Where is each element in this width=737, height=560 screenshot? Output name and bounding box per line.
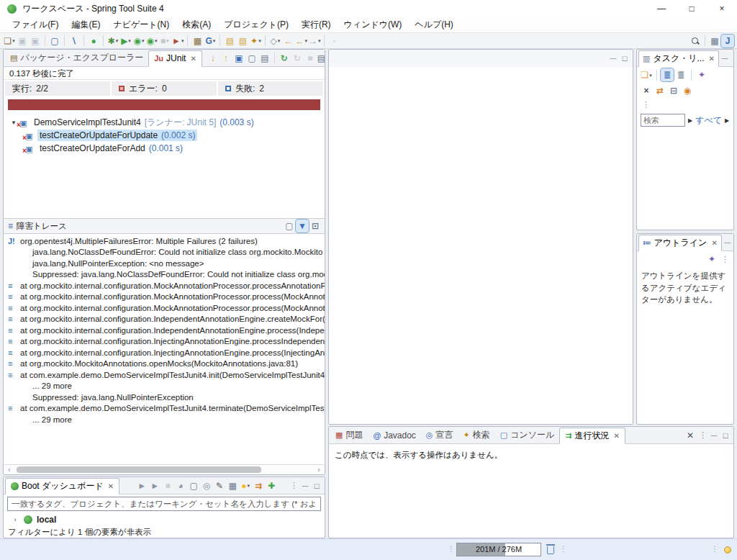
maximize-view-icon[interactable]: □ xyxy=(311,481,322,491)
pause-app-icon[interactable]: ◕ xyxy=(174,479,187,492)
trace-row[interactable]: Suppressed: java.lang.NoClassDefFoundErr… xyxy=(4,269,325,281)
maximize-view-icon[interactable]: □ xyxy=(733,238,734,248)
menu-window[interactable]: ウィンドウ(W) xyxy=(338,17,409,32)
tab-package-explorer[interactable]: ▤ パッケージ・エクスプローラー xyxy=(5,50,148,66)
add-launch-icon[interactable]: ✚ xyxy=(265,479,278,492)
show-trace-in-console-icon[interactable]: ▢ xyxy=(283,220,296,232)
show-skipped-tests-icon[interactable]: ▢ xyxy=(245,52,258,65)
rerun-failed-tests-icon[interactable]: ↻ xyxy=(291,52,304,65)
minimize-view-icon[interactable]: — xyxy=(708,430,720,441)
minimize-view-icon[interactable]: — xyxy=(607,53,619,63)
trace-row[interactable]: ≡ at org.mockito.internal.configuration.… xyxy=(4,280,325,292)
debug-app-icon[interactable]: ► xyxy=(148,479,161,492)
collapse-all-icon[interactable]: ⊟ xyxy=(667,84,680,97)
maximize-trace-icon[interactable]: ⊡ xyxy=(309,220,322,232)
search-tool-icon[interactable]: ✦▾ xyxy=(249,35,262,48)
back-icon[interactable]: ← xyxy=(281,35,294,48)
profile-icon[interactable]: ◉▾ xyxy=(145,35,158,48)
edit-config-icon[interactable]: ✎ xyxy=(213,479,226,492)
garbage-collect-icon[interactable] xyxy=(547,546,554,556)
refresh-gradle-icon[interactable]: G▾ xyxy=(204,35,217,48)
filter-stack-trace-icon[interactable]: ▼ xyxy=(296,220,309,232)
rerun-test-icon[interactable]: ↻ xyxy=(278,52,291,65)
menu-navigate[interactable]: ナビゲート(N) xyxy=(107,17,176,32)
menu-search[interactable]: 検索(A) xyxy=(176,17,217,32)
new-wizard-icon[interactable]: ❏▾ xyxy=(3,35,16,48)
trace-row[interactable]: ≡ at com.example.demo.DemoServiceImplTes… xyxy=(4,403,325,415)
minimize-view-icon[interactable]: — xyxy=(719,53,731,63)
open-folder-icon[interactable]: ▤ xyxy=(223,35,236,48)
hierarchical-view-icon[interactable]: ≣ xyxy=(674,68,687,81)
tasks-search-input[interactable] xyxy=(641,114,685,127)
test-run-history-icon[interactable]: ▤ xyxy=(258,52,271,65)
tab-junit[interactable]: Ju JUnit ✕ xyxy=(148,50,202,67)
trace-row[interactable]: java.lang.NullPointerException: <no mess… xyxy=(4,258,325,269)
back-history-icon[interactable]: ←▾ xyxy=(294,35,308,48)
show-failures-only-icon[interactable]: ▣ xyxy=(232,52,245,65)
boot-filter-input[interactable] xyxy=(7,497,321,511)
java-perspective-icon[interactable]: J xyxy=(721,35,734,48)
history-list-icon[interactable]: ▤▾ xyxy=(317,52,325,65)
new-java-project-icon[interactable]: ▦ xyxy=(191,35,204,48)
scroll-left-icon[interactable]: ‹ xyxy=(5,466,14,474)
stop-operation-icon[interactable]: ✕ xyxy=(684,429,697,442)
close-icon[interactable]: ✕ xyxy=(709,55,715,63)
trace-row[interactable]: Suppressed: java.lang.NullPointerExcepti… xyxy=(4,392,325,403)
view-menu-icon[interactable]: ⋮ xyxy=(719,255,731,264)
maximize-view-icon[interactable]: □ xyxy=(720,430,731,441)
view-menu-icon[interactable]: ⋮ xyxy=(288,481,299,490)
open-folder-2-icon[interactable]: ▤ xyxy=(236,35,249,48)
tips-lightbulb-icon[interactable] xyxy=(724,546,731,556)
skip-breakpoints-icon[interactable]: ∖ xyxy=(68,35,81,48)
trace-row[interactable]: ... 29 more xyxy=(4,381,325,392)
connector-icon[interactable]: ◉ xyxy=(681,84,694,97)
trace-row[interactable]: ≡ at org.mockito.internal.configuration.… xyxy=(4,336,325,348)
menu-edit[interactable]: 編集(E) xyxy=(65,17,107,32)
forward-icon[interactable]: →▾ xyxy=(308,35,322,48)
menu-file[interactable]: ファイル(F) xyxy=(6,17,65,32)
tab-outline[interactable]: ≔ アウトライン ✕ xyxy=(638,235,722,251)
trace-row[interactable]: java.lang.NoClassDefFoundError: Could no… xyxy=(4,247,325,258)
trace-row[interactable]: ≡ at org.mockito.internal.configuration.… xyxy=(4,347,325,358)
hide-completed-icon[interactable]: × xyxy=(640,84,653,97)
minimize-view-icon[interactable]: — xyxy=(722,238,733,248)
annotation-next-icon[interactable]: ◇▾ xyxy=(268,35,281,48)
debug-icon[interactable]: ✱▾ xyxy=(107,35,119,48)
stop-app-icon[interactable]: ■ xyxy=(161,479,174,492)
previous-failed-test-icon[interactable]: ↑ xyxy=(220,52,232,65)
team-icon[interactable]: ✦ xyxy=(695,68,708,81)
tab-task-list[interactable]: ▥ タスク・リ... ✕ xyxy=(638,50,719,67)
open-perspective-icon[interactable]: ▦ xyxy=(708,35,721,48)
close-icon[interactable]: ✕ xyxy=(108,482,114,490)
properties-view-icon[interactable]: ▦ xyxy=(226,479,239,492)
run-external-tools-icon[interactable]: ►▾ xyxy=(171,35,184,48)
run-icon[interactable]: ▶▾ xyxy=(119,35,132,48)
maximize-view-icon[interactable]: □ xyxy=(619,53,630,63)
save-all-icon[interactable]: ▣ xyxy=(29,35,42,48)
next-failed-test-icon[interactable]: ↓ xyxy=(207,52,220,65)
horizontal-scrollbar[interactable]: ‹ › xyxy=(4,464,325,474)
open-terminal-icon[interactable]: ▢ xyxy=(48,35,61,48)
close-icon[interactable]: ✕ xyxy=(613,432,619,440)
window-close-button[interactable]: × xyxy=(707,0,737,17)
scroll-right-icon[interactable]: › xyxy=(315,466,323,474)
lightbulb-icon[interactable]: ●▾ xyxy=(239,479,252,492)
test-row[interactable]: ▣× testCreateOrUpdateForUpdate (0.002 s) xyxy=(4,129,325,142)
tab-boot-dashboard[interactable]: Boot ダッシュボード ✕ xyxy=(5,478,119,494)
categorized-view-icon[interactable]: ≣ xyxy=(661,68,674,81)
trace-row[interactable]: ≡ at org.mockito.internal.configuration.… xyxy=(4,325,325,336)
menu-project[interactable]: プロジェクト(P) xyxy=(217,17,295,32)
trace-row[interactable]: ≡ at org.mockito.MockitoAnnotations.open… xyxy=(4,358,325,370)
menu-run[interactable]: 実行(R) xyxy=(295,17,338,32)
scrollbar-thumb[interactable] xyxy=(17,466,261,473)
view-menu-icon[interactable]: ⋮ xyxy=(697,430,708,440)
push-to-cloud-icon[interactable]: ⇉ xyxy=(252,479,265,492)
close-icon[interactable]: ✕ xyxy=(190,55,196,63)
run-coverage-icon[interactable]: ◉▾ xyxy=(132,35,145,48)
new-task-icon[interactable]: ❏▾ xyxy=(640,68,653,81)
boot-tree-row-local[interactable]: › local xyxy=(4,513,325,525)
tab-console[interactable]: ▢ コンソール xyxy=(495,427,560,443)
start-app-icon[interactable]: ► xyxy=(135,479,148,492)
tags-icon[interactable]: ◎ xyxy=(200,479,213,492)
synchronize-icon[interactable]: ⇄ xyxy=(654,84,666,97)
